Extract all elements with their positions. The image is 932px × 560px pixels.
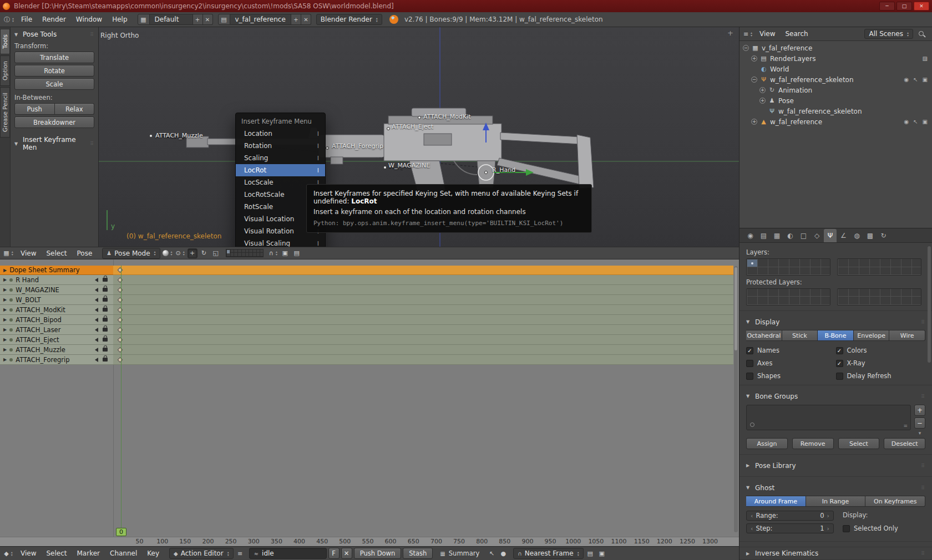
screen-layout-icon[interactable]: ▦	[138, 14, 150, 25]
menu-item[interactable]: Search	[780, 27, 813, 40]
bone-group-action-button[interactable]: Remove	[792, 438, 834, 449]
expander-icon[interactable]: −	[743, 45, 749, 51]
manipulator-scale-icon[interactable]: ◱	[211, 248, 221, 258]
channel-name-cell[interactable]: ▶ R Hand	[0, 275, 113, 285]
lock-icon[interactable]	[103, 328, 108, 332]
keyframe-diamond[interactable]	[118, 337, 123, 343]
draw-type-button[interactable]: B-Bone	[818, 330, 854, 341]
region-expand-icon[interactable]: +	[727, 29, 733, 37]
channel-name-cell[interactable]: ▶ ATTACH_Eject	[0, 335, 113, 345]
display-option-checkbox[interactable]: Delay Refresh	[836, 372, 926, 380]
summary-toggle[interactable]: ▦ Summary	[440, 549, 479, 557]
transform-button[interactable]: Rotate	[14, 65, 94, 77]
close-button[interactable]: ✕	[914, 2, 929, 11]
expand-icon[interactable]: ▶	[3, 347, 7, 352]
expander-icon[interactable]: +	[751, 119, 757, 125]
properties-tab[interactable]: ◇	[811, 229, 823, 242]
copy-keyframes-icon[interactable]: ▤	[585, 548, 595, 558]
expander-icon[interactable]: +	[759, 98, 766, 104]
mute-icon[interactable]	[95, 338, 98, 342]
properties-tab[interactable]: ◉	[744, 229, 757, 242]
channel-name-cell[interactable]: ▶ ATTACH_Muzzle	[0, 345, 113, 355]
mute-icon[interactable]	[95, 348, 98, 352]
push-button[interactable]: Push	[14, 103, 55, 115]
menu-item[interactable]: Key	[142, 547, 164, 560]
summary-track[interactable]	[113, 266, 733, 275]
keyframe-diamond[interactable]	[118, 317, 123, 323]
outliner-row[interactable]: + ♟ Pose ▨ ◉ ↖ ▣	[739, 95, 932, 106]
expand-icon[interactable]: ▶	[3, 297, 7, 302]
properties-tab[interactable]: ▩	[864, 229, 877, 242]
checkbox[interactable]	[836, 347, 843, 354]
menu-item[interactable]: Render	[37, 13, 71, 26]
drag-dots-icon[interactable]: ⠿	[90, 32, 94, 37]
drag-dots-icon[interactable]: ⠿	[921, 394, 925, 399]
keyframe-menu-item[interactable]: Rotation I	[236, 140, 325, 152]
keyframe-diamond[interactable]	[118, 277, 123, 283]
expander-icon[interactable]: +	[759, 87, 766, 93]
display-panel-header[interactable]: ▼ Display ⠿	[746, 316, 925, 328]
dope-channel-row[interactable]: ▶ ATTACH_ModKit	[0, 305, 739, 315]
checkbox[interactable]	[746, 360, 753, 367]
search-icon[interactable]	[918, 30, 925, 38]
render-engine-select[interactable]: Blender Render	[316, 14, 382, 25]
channel-track[interactable]	[113, 315, 733, 325]
bone-group-action-button[interactable]: Select	[838, 438, 880, 449]
keyframe-diamond[interactable]	[118, 287, 123, 293]
keyframe-menu-item[interactable]: LocRot I	[236, 164, 325, 176]
lock-icon[interactable]	[103, 288, 108, 292]
dope-channel-row[interactable]: ▶ W_MAGAZINE	[0, 285, 739, 295]
properties-tab[interactable]: Ψ	[824, 229, 837, 242]
transform-button[interactable]: Translate	[14, 52, 94, 63]
render-opengl-icon[interactable]: ▣	[280, 248, 290, 258]
expand-icon[interactable]: ▶	[3, 307, 7, 312]
expand-icon[interactable]: ▶	[3, 357, 7, 362]
properties-tab[interactable]: ◐	[784, 229, 797, 242]
remove-bone-group-button[interactable]: −	[914, 418, 925, 429]
menu-item[interactable]: Select	[41, 247, 72, 260]
delete-scene-button[interactable]: ✕	[301, 14, 311, 25]
renderability-icon[interactable]: ▣	[923, 77, 928, 83]
channel-track[interactable]	[113, 325, 733, 335]
checkbox[interactable]	[746, 373, 753, 380]
lock-icon[interactable]	[103, 278, 108, 282]
dope-channel-row[interactable]: ▶ ATTACH_Muzzle	[0, 345, 739, 355]
menu-item[interactable]: Pose	[72, 247, 98, 260]
display-option-checkbox[interactable]: Colors	[836, 347, 926, 354]
viewport-3d[interactable]: Right Ortho ATTACH_MuzzleATTACH_ModKitAT…	[0, 27, 739, 247]
menu-item[interactable]: Channel	[105, 547, 142, 560]
mute-icon[interactable]	[95, 278, 98, 282]
bone-groups-list[interactable]	[746, 405, 911, 430]
expand-icon[interactable]: ▶	[3, 287, 7, 292]
ghost-step-slider[interactable]: Step: 1	[746, 523, 834, 533]
ghost-frames-icon[interactable]: ●	[498, 548, 508, 558]
keyframe-diamond[interactable]	[118, 327, 123, 333]
snap-magnet-icon[interactable]: ∩	[269, 248, 278, 258]
drag-dots-icon[interactable]: ⠿	[921, 463, 925, 469]
display-option-checkbox[interactable]: Names	[746, 347, 836, 354]
tool-shelf-tab[interactable]: Grease Pencil	[0, 87, 10, 138]
selectability-icon[interactable]: ↖	[913, 77, 918, 83]
expand-icon[interactable]: ▶	[3, 337, 7, 342]
dope-channel-row[interactable]: ▶ R Hand	[0, 275, 739, 285]
expand-icon[interactable]: ▶	[3, 277, 7, 282]
timeline-scale[interactable]: 5010015020025030035040045050055060065070…	[0, 537, 739, 546]
lock-icon[interactable]	[103, 318, 108, 322]
lock-icon[interactable]	[103, 308, 108, 312]
menu-item[interactable]: Window	[71, 13, 107, 26]
dopesheet-mode-select[interactable]: ◆ Action Editor	[169, 548, 234, 559]
channel-track[interactable]	[113, 345, 733, 355]
channel-track[interactable]	[113, 335, 733, 345]
draw-type-button[interactable]: Stick	[782, 330, 818, 341]
selectability-icon[interactable]: ↖	[913, 119, 918, 125]
current-frame-line[interactable]	[121, 266, 121, 537]
action-datablock[interactable]: ≈ idle	[249, 548, 327, 559]
push-down-button[interactable]: Push Down	[354, 548, 402, 559]
dope-summary-row[interactable]: ▶ Dope Sheet Summary	[0, 266, 739, 275]
layers-grid-left[interactable]	[746, 258, 830, 276]
keyframe-menu-item[interactable]: Scaling I	[236, 152, 325, 164]
paste-keyframes-icon[interactable]: ▣	[597, 548, 607, 558]
keyframe-diamond[interactable]	[118, 307, 123, 313]
ghost-mode-button[interactable]: Around Frame	[746, 496, 806, 507]
ghost-mode-button[interactable]: On Keyframes	[865, 496, 925, 507]
